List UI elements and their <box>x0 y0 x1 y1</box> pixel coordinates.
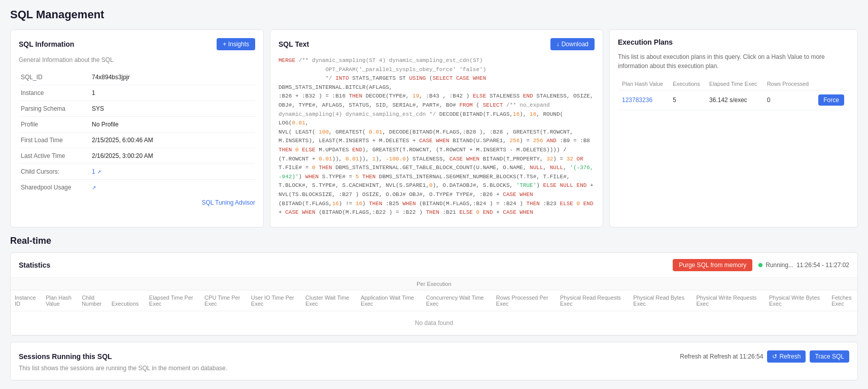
running-text: Running... <box>766 262 793 269</box>
exec-plans-title: Execution Plans <box>618 38 673 46</box>
instance-row: Instance 1 <box>19 85 255 101</box>
instance-label: Instance <box>19 85 90 101</box>
sql-id-row: SQL_ID 74x894bs3jpjr <box>19 70 255 85</box>
instance-value: 1 <box>90 85 255 101</box>
exec-plans-description: This list is about execution plans in th… <box>618 52 849 71</box>
col-executions: Executions <box>669 78 705 90</box>
exec-plans-panel: Execution Plans This list is about execu… <box>609 29 858 228</box>
first-load-row: First Load Time 2/15/2025, 6:00:46 AM <box>19 133 255 148</box>
col-instance-id: InstanceID <box>11 290 42 311</box>
per-execution-label: Per Execution <box>11 278 857 290</box>
refresh-timestamp: Refresh at Refresh at 11:26:54 <box>680 353 763 360</box>
trace-sql-button[interactable]: Trace SQL <box>810 350 849 363</box>
elapsed-value: 36.142 s/exec <box>705 90 763 110</box>
col-user-io: User IO Time PerExec <box>247 290 301 311</box>
sql-id-label: SQL_ID <box>19 70 90 85</box>
col-cpu-time: CPU Time PerExec <box>200 290 247 311</box>
refresh-icon: ↺ <box>772 353 777 360</box>
realtime-section: Real-time Statistics Purge SQL from memo… <box>10 236 858 380</box>
download-icon: ↓ <box>557 41 560 48</box>
realtime-section-title: Real-time <box>10 236 858 246</box>
page-title: SQL Management <box>10 8 858 21</box>
general-info-label: General Information about the SQL <box>19 56 255 63</box>
col-plan-hash-val: Plan HashValue <box>42 290 78 311</box>
col-phys-read-bytes: Physical Read BytesExec <box>629 290 692 311</box>
statistics-panel: Statistics Purge SQL from memory Running… <box>10 252 858 336</box>
sharedpool-row: Sharedpool Usage ↗ <box>19 180 255 196</box>
child-cursors-label: Child Cursors: <box>19 164 90 180</box>
no-data-message: No data found <box>11 311 857 335</box>
purge-sql-button[interactable]: Purge SQL from memory <box>673 259 752 271</box>
sessions-header-right: Refresh at Refresh at 11:26:54 ↺ Refresh… <box>680 350 849 363</box>
sql-info-title: SQL Information <box>19 40 74 48</box>
statistics-title: Statistics <box>19 261 50 269</box>
exec-plans-table: Plan Hash Value Executions Elapsed Time … <box>618 78 849 110</box>
profile-row: Profile No Profile <box>19 117 255 133</box>
last-active-value: 2/16/2025, 3:00:20 AM <box>90 148 255 164</box>
sql-text-panel: SQL Text ↓ Download MERGE /** dynamic_sa… <box>270 29 603 228</box>
col-cluster-wait: Cluster Wait TimeExec <box>301 290 357 311</box>
rows-processed-value: 0 <box>763 90 815 110</box>
parsing-schema-value: SYS <box>90 101 255 117</box>
sessions-title: Sessions Running this SQL <box>19 352 112 361</box>
running-indicator: Running... 11:26:54 - 11:27:02 <box>758 262 849 269</box>
statistics-table: InstanceID Plan HashValue ChildNumber Ex… <box>11 290 857 335</box>
col-phys-write-bytes: Physical Write BytesExec <box>765 290 827 311</box>
sql-id-value: 74x894bs3jpjr <box>90 70 255 85</box>
child-cursors-value[interactable]: 1 ↗ <box>90 164 255 180</box>
col-elapsed: Elapsed Time Exec <box>705 78 763 90</box>
col-child-num: ChildNumber <box>78 290 108 311</box>
plan-hash-value[interactable]: 123783236 <box>618 90 669 110</box>
sql-info-table: SQL_ID 74x894bs3jpjr Instance 1 Parsing … <box>19 70 255 195</box>
col-rows-proc: Rows Processed PerExec <box>492 290 556 311</box>
last-active-label: Last Active Time <box>19 148 90 164</box>
sql-info-panel: SQL Information + Insights General Infor… <box>10 29 264 228</box>
no-data-row: No data found <box>11 311 857 335</box>
col-action <box>814 78 849 90</box>
insights-button[interactable]: + Insights <box>217 38 255 50</box>
sharedpool-link-icon: ↗ <box>92 185 96 190</box>
sessions-panel: Sessions Running this SQL Refresh at Ref… <box>10 342 858 380</box>
last-active-row: Last Active Time 2/16/2025, 3:00:20 AM <box>19 148 255 164</box>
col-phys-write-req: Physical Write RequestsExec <box>692 290 765 311</box>
profile-label: Profile <box>19 117 90 133</box>
exec-plan-row: 123783236 5 36.142 s/exec 0 Force <box>618 90 849 110</box>
parsing-schema-label: Parsing Schema <box>19 101 90 117</box>
col-phys-read-req: Physical Read RequestsExec <box>556 290 629 311</box>
refresh-button[interactable]: ↺ Refresh <box>767 350 806 363</box>
sql-text-title: SQL Text <box>279 40 309 48</box>
sessions-description: This list shows the sessions are running… <box>19 365 849 372</box>
col-conc-wait: Concurrency Wait TimeExec <box>422 290 492 311</box>
time-range: 11:26:54 - 11:27:02 <box>796 262 849 269</box>
stats-table-wrap: InstanceID Plan HashValue ChildNumber Ex… <box>11 290 857 335</box>
executions-value: 5 <box>669 90 705 110</box>
first-load-label: First Load Time <box>19 133 90 148</box>
sharedpool-value[interactable]: ↗ <box>90 180 255 196</box>
child-cursors-link-icon: ↗ <box>97 169 101 175</box>
parsing-schema-row: Parsing Schema SYS <box>19 101 255 117</box>
col-fetches: FetchesExec <box>827 290 857 311</box>
force-button-cell: Force <box>814 90 849 110</box>
col-plan-hash: Plan Hash Value <box>618 78 669 90</box>
col-rows: Rows Processed <box>763 78 815 90</box>
child-cursors-row: Child Cursors: 1 ↗ <box>19 164 255 180</box>
stats-header-right: Purge SQL from memory Running... 11:26:5… <box>673 259 849 271</box>
sharedpool-label: Sharedpool Usage <box>19 180 90 196</box>
force-button[interactable]: Force <box>818 94 844 106</box>
sql-tuning-link[interactable]: SQL Tuning Advisor <box>19 199 255 206</box>
col-app-wait: Application Wait TimeExec <box>357 290 422 311</box>
download-button[interactable]: ↓ Download <box>550 38 595 50</box>
profile-value: No Profile <box>90 117 255 133</box>
first-load-value: 2/15/2025, 6:00:46 AM <box>90 133 255 148</box>
col-exec-count: Executions <box>108 290 145 311</box>
sql-text-content: MERGE /** dynamic_sampling(ST 4) dynamic… <box>279 56 595 219</box>
sessions-header: Sessions Running this SQL Refresh at Ref… <box>19 350 849 363</box>
col-elapsed-time: Elapsed Time PerExec <box>145 290 200 311</box>
running-dot-icon <box>758 263 762 267</box>
